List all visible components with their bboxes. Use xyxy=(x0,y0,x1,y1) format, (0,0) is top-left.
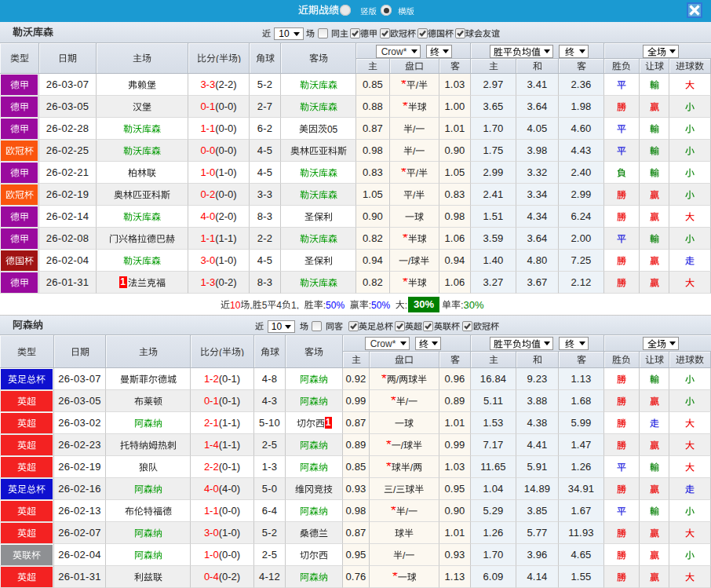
svg-text:50%: 50% xyxy=(371,300,390,309)
svg-text::: : xyxy=(405,300,407,309)
svg-text::: : xyxy=(323,300,326,309)
svg-text:/: / xyxy=(393,484,396,494)
svg-text:1,: 1, xyxy=(291,300,299,309)
svg-text:30%: 30% xyxy=(464,300,484,309)
svg-text:/: / xyxy=(413,190,416,199)
svg-text:/: / xyxy=(416,80,419,89)
svg-text:*: * xyxy=(391,396,396,406)
svg-text:/: / xyxy=(410,462,414,472)
svg-text:): ) xyxy=(241,347,244,356)
svg-text:*: * xyxy=(401,168,407,177)
svg-text:,: , xyxy=(250,300,252,309)
svg-text:*: * xyxy=(403,278,408,287)
svg-text:/: / xyxy=(408,256,411,265)
svg-text:/: / xyxy=(406,396,409,406)
svg-text:): ) xyxy=(238,53,241,63)
svg-text::: : xyxy=(461,300,464,309)
svg-text:*: * xyxy=(403,102,408,111)
svg-text:/: / xyxy=(413,146,416,155)
svg-text:*: * xyxy=(386,440,392,450)
svg-text:*: * xyxy=(386,462,392,472)
svg-text:*: * xyxy=(391,506,396,516)
svg-text:/: / xyxy=(406,506,409,516)
svg-text:/: / xyxy=(403,550,406,560)
svg-text:(: ( xyxy=(219,347,222,356)
svg-text:/: / xyxy=(413,124,416,133)
svg-text:/: / xyxy=(416,168,419,177)
svg-text:4: 4 xyxy=(276,300,282,309)
svg-text::: : xyxy=(369,300,371,309)
svg-text:/: / xyxy=(396,374,399,384)
svg-text:5: 5 xyxy=(262,300,268,309)
svg-text:10: 10 xyxy=(230,300,241,309)
svg-text:50%: 50% xyxy=(326,300,345,309)
svg-text:*: * xyxy=(401,80,407,89)
svg-text:05: 05 xyxy=(327,124,337,133)
svg-text:/: / xyxy=(401,440,404,450)
svg-text:*: * xyxy=(381,374,387,384)
svg-text:(: ( xyxy=(216,53,219,63)
svg-text:*: * xyxy=(392,572,398,582)
svg-text:*: * xyxy=(403,234,408,243)
